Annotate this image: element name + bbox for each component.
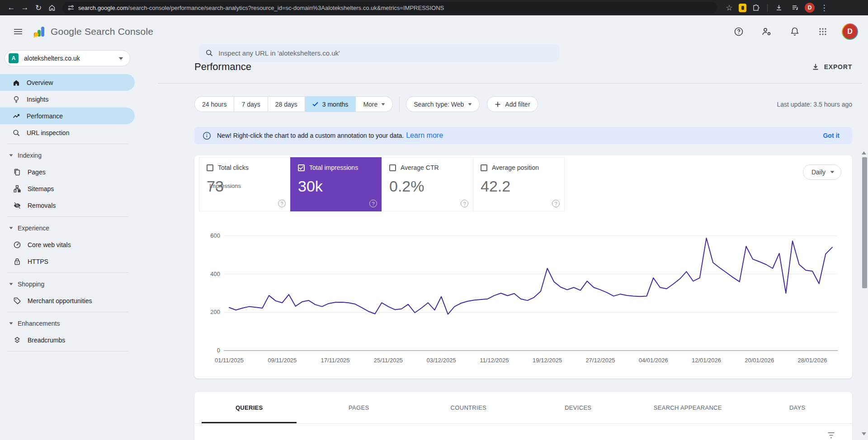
browser-profile-avatar[interactable]: D xyxy=(805,3,815,13)
checkbox-unchecked-icon[interactable] xyxy=(207,164,213,171)
banner-text: New! Right-click the chart to add a cust… xyxy=(217,132,404,139)
sidebar-item-sitemaps[interactable]: Sitemaps xyxy=(0,180,136,197)
sidebar-item-https[interactable]: HTTPS xyxy=(0,253,136,270)
sidebar-divider xyxy=(7,144,128,144)
sidebar-item-pages[interactable]: Pages xyxy=(0,164,136,180)
sidebar-group-experience[interactable]: Experience xyxy=(0,220,136,236)
download-icon xyxy=(811,63,820,71)
property-domain: alotekshelters.co.uk xyxy=(24,55,80,62)
metric-total-impressions[interactable]: Total impressions 30k ? xyxy=(290,157,382,211)
range-more[interactable]: More xyxy=(356,97,392,112)
property-selector[interactable]: A alotekshelters.co.uk xyxy=(5,50,130,66)
account-avatar[interactable]: D xyxy=(842,23,858,40)
tab-devices[interactable]: DEVICES xyxy=(524,392,633,423)
checkbox-unchecked-icon[interactable] xyxy=(481,164,487,171)
metric-tiles: Total clicks 73 ? Total impressions 30k … xyxy=(199,157,565,211)
sidebar-divider xyxy=(7,351,128,351)
impressions-chart[interactable]: 600400200001/11/202509/11/202517/11/2025… xyxy=(201,228,843,369)
chart-axis-title: Impressions xyxy=(209,183,241,189)
metric-value: 30k xyxy=(298,178,374,195)
sidebar-item-overview[interactable]: Overview xyxy=(0,74,135,91)
annotation-banner: New! Right-click the chart to add a cust… xyxy=(194,127,852,144)
range-28-days[interactable]: 28 days xyxy=(268,97,305,112)
sidebar-item-merchant-opportunities[interactable]: Merchant opportunities xyxy=(0,292,136,309)
sidebar-item-label: Insights xyxy=(27,96,48,103)
sidebar-item-removals[interactable]: Removals xyxy=(0,197,136,214)
sidebar-item-url-inspection[interactable]: URL inspection xyxy=(0,124,136,141)
svg-text:11/12/2025: 11/12/2025 xyxy=(480,357,509,364)
sidebar-item-breadcrumbs[interactable]: Breadcrumbs xyxy=(0,332,136,348)
range-24-hours[interactable]: 24 hours xyxy=(195,97,234,112)
bookmark-star-icon[interactable]: ☆ xyxy=(722,1,736,14)
home-icon[interactable] xyxy=(45,1,59,14)
tab-pages[interactable]: PAGES xyxy=(304,392,414,423)
gsc-logo[interactable]: Google Search Console xyxy=(33,25,153,38)
got-it-button[interactable]: Got it xyxy=(818,129,844,142)
performance-chart-card: Total clicks 73 ? Total impressions 30k … xyxy=(194,155,852,379)
svg-text:600: 600 xyxy=(210,232,220,239)
url-path: /search-console/performance/search-analy… xyxy=(128,5,444,11)
sidebar-group-indexing[interactable]: Indexing xyxy=(0,147,136,164)
tab-days[interactable]: DAYS xyxy=(743,392,853,423)
app-title: Google Search Console xyxy=(51,26,153,37)
site-settings-icon[interactable] xyxy=(68,5,74,11)
sidebar-item-core-web-vitals[interactable]: Core web vitals xyxy=(0,236,136,253)
checkbox-checked-icon[interactable] xyxy=(298,164,305,171)
sidebar-group-enhancements[interactable]: Enhancements xyxy=(0,315,136,332)
scrollbar-down-arrow[interactable] xyxy=(862,432,866,435)
dimension-tabs: QUERIES PAGES COUNTRIES DEVICES SEARCH A… xyxy=(194,392,852,424)
sidebar-item-label: Merchant opportunities xyxy=(28,297,92,304)
sidebar-group-label: Experience xyxy=(18,225,49,232)
svg-text:400: 400 xyxy=(210,271,220,277)
reload-icon[interactable]: ↻ xyxy=(32,1,45,14)
browser-toolbar: ← → ↻ search.google.com/search-console/p… xyxy=(0,0,868,15)
plus-icon xyxy=(495,101,501,108)
learn-more-link[interactable]: Learn more xyxy=(406,131,443,140)
google-apps-grid-icon[interactable] xyxy=(814,23,832,41)
sidebar-group-shopping[interactable]: Shopping xyxy=(0,276,136,292)
extensions-puzzle-icon[interactable] xyxy=(749,1,763,14)
scrollbar-up-arrow[interactable] xyxy=(862,151,866,154)
browser-menu-icon[interactable]: ⋮ xyxy=(817,1,831,14)
sidebar-divider xyxy=(7,312,128,312)
sidebar-item-insights[interactable]: Insights xyxy=(0,91,136,108)
filter-separator xyxy=(399,97,400,112)
search-type-chip[interactable]: Search type: Web xyxy=(406,96,480,112)
eye-off-icon xyxy=(13,201,22,210)
scrollbar-thumb[interactable] xyxy=(862,157,867,288)
tab-search-appearance[interactable]: SEARCH APPEARANCE xyxy=(633,392,743,423)
yellow-extension-icon[interactable] xyxy=(739,4,746,12)
help-icon[interactable]: ? xyxy=(278,200,286,207)
sidebar-item-performance[interactable]: Performance xyxy=(0,108,135,124)
checkbox-unchecked-icon[interactable] xyxy=(389,164,396,171)
filter-list-icon[interactable] xyxy=(827,432,835,439)
help-icon[interactable]: ? xyxy=(369,200,377,207)
manage-users-icon[interactable] xyxy=(758,23,776,41)
check-icon xyxy=(312,102,318,107)
metric-average-ctr[interactable]: Average CTR 0.2% ? xyxy=(382,157,473,211)
range-3-months[interactable]: 3 months xyxy=(305,97,356,112)
last-update-text: Last update: 3.5 hours ago xyxy=(777,101,852,108)
add-filter-chip[interactable]: Add filter xyxy=(487,96,538,112)
forward-icon[interactable]: → xyxy=(18,1,32,14)
range-7-days[interactable]: 7 days xyxy=(234,97,268,112)
export-button[interactable]: EXPORT xyxy=(811,63,852,71)
tab-countries[interactable]: COUNTRIES xyxy=(414,392,524,423)
notifications-bell-icon[interactable] xyxy=(786,23,804,41)
tab-queries[interactable]: QUERIES xyxy=(194,392,304,423)
hamburger-menu-icon[interactable] xyxy=(9,23,27,41)
back-icon[interactable]: ← xyxy=(5,1,18,14)
help-icon[interactable]: ? xyxy=(552,200,560,207)
tag-icon xyxy=(13,297,22,305)
svg-text:19/12/2025: 19/12/2025 xyxy=(533,357,562,364)
help-icon[interactable]: ? xyxy=(461,200,468,207)
media-controls-icon[interactable] xyxy=(788,1,802,14)
svg-text:25/11/2025: 25/11/2025 xyxy=(374,357,403,364)
svg-text:27/12/2025: 27/12/2025 xyxy=(585,357,615,364)
downloads-icon[interactable] xyxy=(772,1,786,14)
help-icon[interactable] xyxy=(730,23,748,41)
svg-text:01/11/2025: 01/11/2025 xyxy=(215,357,244,364)
metric-average-position[interactable]: Average position 42.2 ? xyxy=(473,157,565,211)
granularity-dropdown[interactable]: Daily xyxy=(803,164,841,180)
address-bar[interactable]: search.google.com/search-console/perform… xyxy=(62,2,717,14)
